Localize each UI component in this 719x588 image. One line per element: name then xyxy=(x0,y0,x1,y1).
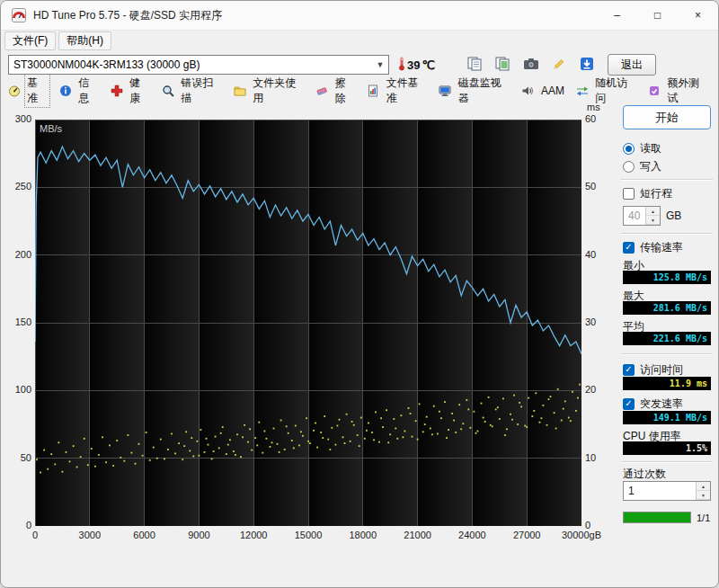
tick-label: 9000 xyxy=(188,530,209,540)
app-window: HD Tune Pro 5.75 - 硬盘/SSD 实用程序 – □ × 文件(… xyxy=(0,0,719,588)
write-label: 写入 xyxy=(640,159,661,174)
maximize-button[interactable]: □ xyxy=(637,1,678,30)
extra-tests-icon xyxy=(648,85,661,98)
burst-rate-checkbox-icon: ✓ xyxy=(623,398,635,410)
burst-rate-value: 149.1 MB/s xyxy=(623,411,711,424)
info-icon xyxy=(59,85,72,98)
y-left-unit-label: MB/s xyxy=(40,123,62,134)
tick-label: 10 xyxy=(585,452,608,463)
burst-rate-label: 突发速率 xyxy=(640,396,683,412)
separator xyxy=(621,353,713,355)
exit-button[interactable]: 退出 xyxy=(608,54,656,76)
access-time-value: 11.9 ms xyxy=(623,377,711,390)
write-radio[interactable]: 写入 xyxy=(623,159,661,174)
close-button[interactable]: × xyxy=(678,1,718,30)
progress-label: 1/1 xyxy=(697,512,710,523)
separator xyxy=(621,179,713,181)
random-access-icon xyxy=(576,85,589,98)
erase-icon xyxy=(315,85,328,98)
error-scan-icon xyxy=(162,85,174,98)
menu-help[interactable]: 帮助(H) xyxy=(58,31,111,50)
pass-count-stepper[interactable]: 1 ▲▼ xyxy=(623,481,711,501)
short-stroke-size-row: 40 ▲▼ GB xyxy=(623,206,681,226)
screenshot-button[interactable] xyxy=(519,54,543,76)
separator xyxy=(621,233,713,235)
access-time-label: 访问时间 xyxy=(640,362,683,378)
copy-image-button[interactable] xyxy=(492,54,515,76)
tick-label: 12000 xyxy=(240,530,268,540)
short-stroke-size-stepper[interactable]: 40 ▲▼ xyxy=(623,206,661,226)
tick-label: 6000 xyxy=(133,530,155,540)
tab-aam[interactable]: AAM xyxy=(521,83,567,99)
options-button[interactable] xyxy=(547,54,571,76)
tick-label: 30000gB xyxy=(562,530,601,540)
title-bar: HD Tune Pro 5.75 - 硬盘/SSD 实用程序 – □ × xyxy=(1,1,718,31)
progress-fill xyxy=(624,512,690,522)
minimize-button[interactable]: – xyxy=(597,1,637,30)
start-button[interactable]: 开始 xyxy=(623,105,711,129)
burst-rate-checkbox[interactable]: ✓ 突发速率 xyxy=(623,396,683,411)
read-label: 读取 xyxy=(640,141,661,156)
tick-label: 250 xyxy=(1,181,31,192)
control-panel: 开始 读取 写入 ✓ 短行程 40 ▲▼ GB ✓ 传输速率 最小 125.8 xyxy=(621,103,716,562)
menu-file[interactable]: 文件(F) xyxy=(4,31,56,50)
read-radio[interactable]: 读取 xyxy=(623,141,661,156)
tick-label: 50 xyxy=(1,452,31,463)
copy-image-icon xyxy=(495,57,511,74)
min-value: 125.8 MB/s xyxy=(623,271,711,284)
progress-row: 1/1 xyxy=(623,512,710,523)
benchmark-icon xyxy=(8,85,21,98)
tab-bar: 基准信息健康错误扫描文件夹使用擦除文件基准磁盘监视器AAM随机访问额外测试 xyxy=(1,79,718,102)
separator xyxy=(621,461,713,463)
tick-label: 30 xyxy=(585,316,608,327)
pass-count-label: 通过次数 xyxy=(623,467,666,482)
disk-monitor-icon xyxy=(439,85,451,98)
drive-select-value: ST30000NM004K-3RM133 (30000 gB) xyxy=(13,58,200,71)
tab-label: AAM xyxy=(538,83,567,99)
pencil-icon xyxy=(552,57,566,74)
toolbar-buttons xyxy=(464,54,599,76)
aam-icon xyxy=(521,85,535,98)
tick-label: 21000 xyxy=(404,530,431,540)
tick-label: 150 xyxy=(1,316,31,327)
app-icon xyxy=(12,8,26,22)
tick-label: 3000 xyxy=(79,530,101,540)
access-time-checkbox[interactable]: ✓ 访问时间 xyxy=(623,362,683,377)
radio-read-icon xyxy=(623,143,635,155)
tick-label: 0 xyxy=(32,530,38,540)
transfer-rate-checkbox[interactable]: ✓ 传输速率 xyxy=(623,240,683,254)
gb-label: GB xyxy=(666,209,681,222)
stepper-arrows-icon[interactable]: ▲▼ xyxy=(696,482,710,500)
tick-label: 60 xyxy=(585,113,608,124)
tick-label: 18000 xyxy=(350,530,377,540)
health-icon xyxy=(111,85,123,98)
download-button[interactable] xyxy=(575,54,599,76)
progress-bar xyxy=(623,512,691,523)
copy-text-icon xyxy=(467,57,484,74)
thermometer-icon xyxy=(398,57,405,74)
tick-label: 200 xyxy=(1,249,31,260)
plot-area xyxy=(35,120,581,526)
benchmark-chart: MB/s ms 30025020015010050060504030201000… xyxy=(1,103,617,557)
folder-usage-icon xyxy=(234,85,246,98)
tick-label: 27000 xyxy=(513,530,541,540)
copy-text-button[interactable] xyxy=(464,54,487,76)
window-title: HD Tune Pro 5.75 - 硬盘/SSD 实用程序 xyxy=(33,8,222,23)
max-value: 281.6 MB/s xyxy=(623,301,711,315)
tick-label: 300 xyxy=(1,113,31,124)
tick-label: 100 xyxy=(1,384,31,395)
short-stroke-label: 短行程 xyxy=(640,186,672,201)
temperature-unit: ℃ xyxy=(422,58,435,72)
tick-label: 24000 xyxy=(458,530,486,540)
drive-select[interactable]: ST30000NM004K-3RM133 (30000 gB) ▼ xyxy=(8,55,389,75)
window-controls: – □ × xyxy=(597,1,718,30)
pass-count-row: 1 ▲▼ xyxy=(623,481,711,501)
short-stroke-checkbox[interactable]: ✓ 短行程 xyxy=(623,186,672,200)
tick-label: 40 xyxy=(585,249,608,260)
temperature-indicator: 39℃ xyxy=(398,57,435,74)
avg-value: 221.6 MB/s xyxy=(623,332,711,345)
y-right-unit-label: ms xyxy=(587,102,600,112)
temperature-value: 39 xyxy=(407,58,420,72)
access-time-checkbox-icon: ✓ xyxy=(623,364,635,376)
stepper-arrows-icon[interactable]: ▲▼ xyxy=(645,207,660,225)
